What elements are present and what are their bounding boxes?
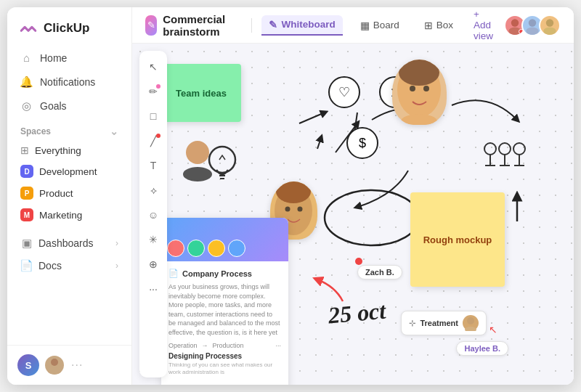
doc-card-row: Operation → Production ··· xyxy=(168,342,281,349)
doc-title-text: Company Process xyxy=(182,269,252,278)
heart-node: ♡ xyxy=(328,76,360,108)
svg-point-37 xyxy=(465,327,476,331)
topbar: ✎ Commercial brainstorm ✎ Whiteboard ▦ B… xyxy=(132,7,574,44)
svg-point-28 xyxy=(499,143,511,155)
doc-card-footer: 22 Sept, 2021 12:57PM Luke i xyxy=(161,383,288,385)
add-view-button[interactable]: + Add view xyxy=(474,9,498,41)
doc-row-label: Operation xyxy=(168,342,198,349)
svg-point-5 xyxy=(526,27,538,34)
treatment-label[interactable]: ⊹ Treatment xyxy=(401,311,487,335)
sidebar-item-product[interactable]: P Product xyxy=(13,182,126,204)
sidebar-item-everything[interactable]: ⊞ Everything xyxy=(13,140,126,160)
doc-card-title: 📄 Company Process xyxy=(168,269,281,278)
doc-row-value: Production xyxy=(213,342,244,349)
doc-section-text: Thinking of you can see what makes our w… xyxy=(168,362,281,377)
page-title: Commercial brainstorm xyxy=(163,13,234,38)
canvas-area[interactable]: ↖ ✏ □ ╱ T ⟡ ☺ ✳ ⊕ ··· Team ideas xyxy=(132,44,574,385)
doc-row-more[interactable]: ··· xyxy=(275,342,281,349)
sidebar: ClickUp ⌂ Home 🔔 Notifications ◎ Goals S… xyxy=(7,7,132,385)
notifications-label: Notifications xyxy=(40,76,95,88)
date-text: 25 oct xyxy=(328,298,387,330)
docs-label: Docs xyxy=(38,260,62,271)
sidebar-item-goals[interactable]: ◎ Goals xyxy=(13,94,126,117)
bell-icon: 🔔 xyxy=(20,75,33,88)
cursor-tool[interactable]: ↖ xyxy=(143,57,163,77)
topbar-avatars xyxy=(508,15,561,36)
sticky-note-yellow[interactable]: Rough mockup xyxy=(410,192,505,287)
sticky-green-text: Team ideas xyxy=(176,88,227,99)
box-label: Box xyxy=(436,20,453,30)
board-label: Board xyxy=(373,20,399,30)
treatment-label-text: Treatment xyxy=(420,319,458,327)
sidebar-item-notifications[interactable]: 🔔 Notifications xyxy=(13,70,126,93)
sidebar-item-development[interactable]: D Development xyxy=(13,160,126,182)
sidebar-logo[interactable]: ClickUp xyxy=(7,7,131,46)
haylee-label: Haylee B. xyxy=(456,341,508,356)
board-icon: ▦ xyxy=(360,20,370,31)
sticky-yellow-text: Rough mockup xyxy=(423,234,492,245)
zach-label-text: Zach B. xyxy=(365,268,394,277)
document-card[interactable]: 📄 Company Process As your business grows… xyxy=(161,218,288,385)
pen-marker-red xyxy=(355,258,362,265)
svg-point-1 xyxy=(48,367,61,374)
whiteboard-icon: ✎ xyxy=(269,19,277,30)
svg-point-4 xyxy=(529,19,536,26)
product-label: Product xyxy=(39,188,73,199)
lasso-tool[interactable]: ⟡ xyxy=(143,180,163,200)
face-avatar-top-right xyxy=(392,60,447,125)
globe-tool[interactable]: ⊕ xyxy=(143,254,163,274)
marketing-label: Marketing xyxy=(39,210,82,221)
shape-tool[interactable]: □ xyxy=(143,106,163,126)
doc-person-3 xyxy=(208,240,225,257)
man-lightbulb-svg xyxy=(176,138,241,211)
user-initial: S xyxy=(25,360,32,371)
docs-chevron-icon: › xyxy=(115,261,118,271)
text-tool[interactable]: T xyxy=(143,155,163,176)
svg-point-13 xyxy=(186,141,209,164)
sidebar-bottom-section: ▣ Dashboards › 📄 Docs › xyxy=(7,232,131,277)
topbar-avatar-3 xyxy=(539,15,561,36)
svg-point-0 xyxy=(51,359,58,366)
target-icon: ◎ xyxy=(20,99,33,112)
doc-person-1 xyxy=(167,240,184,257)
sparkle-tool[interactable]: ✳ xyxy=(143,229,163,250)
more-tools[interactable]: ··· xyxy=(143,279,163,299)
sidebar-item-home[interactable]: ⌂ Home xyxy=(13,46,126,69)
sticky-note-green[interactable]: Team ideas xyxy=(161,64,241,122)
spaces-section-label: Spaces ⌄ xyxy=(7,117,131,140)
more-options-icon[interactable]: ··· xyxy=(71,359,83,372)
sidebar-item-dashboards[interactable]: ▣ Dashboards › xyxy=(13,232,126,254)
doc-row-arrow: → xyxy=(202,342,208,349)
line-tool[interactable]: ╱ xyxy=(143,131,163,151)
pencil-tool[interactable]: ✏ xyxy=(143,81,163,102)
dashboards-chevron-icon: › xyxy=(115,238,118,248)
home-icon: ⌂ xyxy=(20,52,33,64)
svg-point-7 xyxy=(543,27,556,34)
development-label: Development xyxy=(39,166,97,177)
sidebar-item-docs[interactable]: 📄 Docs › xyxy=(13,254,126,277)
sidebar-item-marketing[interactable]: M Marketing xyxy=(13,204,126,226)
docs-icon: 📄 xyxy=(20,259,33,271)
app-window: ClickUp ⌂ Home 🔔 Notifications ◎ Goals S… xyxy=(7,7,574,385)
home-label: Home xyxy=(40,52,67,64)
date-text-content: 25 oct xyxy=(328,298,387,329)
doc-card-header xyxy=(161,218,288,261)
marketing-dot: M xyxy=(20,208,33,221)
doc-person-4 xyxy=(228,240,245,257)
tab-board[interactable]: ▦ Board xyxy=(353,16,407,35)
whiteboard-label: Whiteboard xyxy=(281,19,335,30)
doc-icon: 📄 xyxy=(168,269,179,278)
tab-box[interactable]: ⊞ Box xyxy=(417,16,460,35)
svg-point-25 xyxy=(285,207,290,212)
spaces-collapse-icon[interactable]: ⌄ xyxy=(110,126,118,137)
svg-point-6 xyxy=(546,19,553,26)
svg-point-15 xyxy=(209,147,235,173)
page-icon: ✎ xyxy=(147,20,155,30)
everything-grid-icon: ⊞ xyxy=(20,144,29,156)
user-avatar[interactable]: S xyxy=(17,354,39,376)
sticker-tool[interactable]: ☺ xyxy=(143,205,163,225)
svg-point-20 xyxy=(410,86,415,91)
tab-whiteboard[interactable]: ✎ Whiteboard xyxy=(261,15,342,36)
dashboards-label: Dashboards xyxy=(38,237,94,249)
svg-point-12 xyxy=(325,190,419,245)
